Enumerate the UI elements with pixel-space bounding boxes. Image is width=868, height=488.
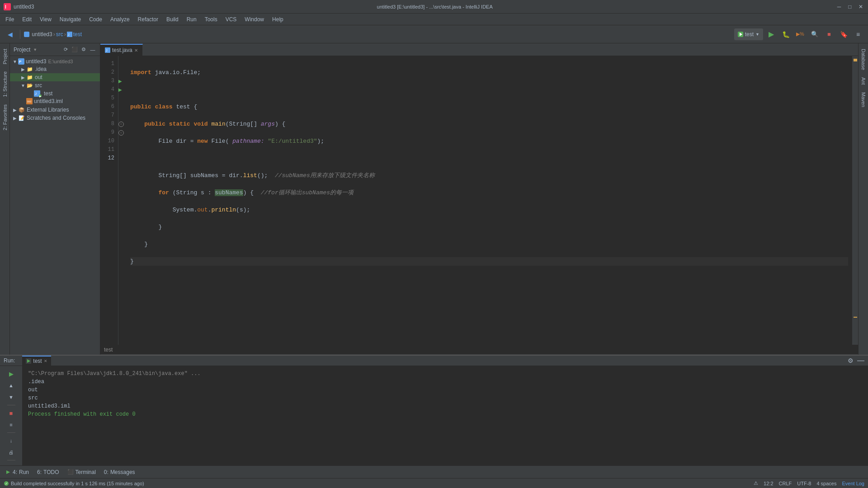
menu-file[interactable]: File [2, 14, 18, 24]
menu-refactor[interactable]: Refactor [134, 14, 162, 24]
down-button[interactable]: ▼ [6, 392, 16, 402]
project-panel-tab[interactable]: Project [1, 45, 9, 68]
line-endings[interactable]: CRLF [779, 481, 792, 486]
stop-run-button[interactable]: ■ [6, 408, 16, 418]
cursor-position: 12:2 [764, 481, 773, 486]
code-content[interactable]: import java.io.File; public class test {… [127, 56, 852, 345]
svg-text:I: I [5, 5, 6, 9]
output-line-2: .idea [28, 378, 863, 386]
run-tab-close[interactable]: ✕ [44, 359, 47, 363]
project-label: Project [14, 47, 30, 53]
scroll-indicator-right [852, 56, 858, 345]
run-tool-buttons: ▶ ▲ ▼ ■ ≡ ↓ 🖨 🗑 [0, 366, 23, 476]
menu-window[interactable]: Window [241, 14, 268, 24]
menu-run[interactable]: Run [183, 14, 200, 24]
tree-out[interactable]: ▶ 📁 out [10, 73, 100, 81]
tab-close-button[interactable]: ✕ [134, 48, 138, 53]
maximize-button[interactable]: □ [846, 3, 854, 10]
close-button[interactable]: ✕ [857, 3, 864, 10]
window-controls: ─ □ ✕ [835, 3, 864, 10]
ext-libs-icon: 📦 [18, 106, 25, 113]
left-vertical-tabs: Project 1: Structure 2: Favorites [0, 43, 10, 355]
bookmark-button[interactable]: 🔖 [837, 28, 850, 41]
indent-info[interactable]: 4 spaces [816, 481, 836, 486]
gutter-arrow-4[interactable]: ▶ [118, 87, 122, 92]
root-arrow: ▼ [12, 59, 18, 64]
menu-navigate[interactable]: Navigate [56, 14, 85, 24]
tree-iml[interactable]: iml untitled3.iml [10, 98, 100, 105]
structure-button[interactable]: ≡ [852, 28, 864, 41]
run-tab[interactable]: test ✕ [22, 356, 51, 366]
up-button[interactable]: ▲ [6, 380, 16, 390]
run-config-selector[interactable]: test ▼ [734, 28, 763, 40]
breadcrumb-file[interactable]: J test [67, 31, 82, 38]
event-log[interactable]: Event Log [842, 481, 864, 486]
footer-tab-todo[interactable]: 6: TODO [33, 467, 62, 478]
encoding[interactable]: UTF-8 [797, 481, 811, 486]
status-right: ⚠ 12:2 CRLF UTF-8 4 spaces Event Log [754, 480, 864, 486]
tree-root[interactable]: ▼ P untitled3 E:\untitled3 [10, 58, 100, 65]
minimize-button[interactable]: ─ [835, 3, 843, 10]
sync-button[interactable]: ⟳ [62, 46, 69, 53]
ant-panel-tab[interactable]: Ant [859, 74, 868, 89]
menu-vcs[interactable]: VCS [222, 14, 241, 24]
sync-icon[interactable]: ⚠ [754, 480, 758, 486]
run-tab-label: test [33, 358, 42, 364]
footer-tab-terminal[interactable]: ⬛ Terminal [64, 467, 99, 478]
scroll-end-button[interactable]: ↓ [6, 436, 16, 446]
footer-todo-num: 6: [37, 469, 42, 475]
tree-ext-libs[interactable]: ▶ 📦 External Libraries [10, 106, 100, 114]
run-button[interactable]: ▶ [765, 28, 778, 41]
tab-test-java[interactable]: J test.java ✕ [100, 44, 143, 56]
filter-button[interactable]: ≡ [6, 420, 16, 430]
footer-tab-run[interactable]: 4: Run [2, 467, 33, 478]
footer-terminal-label: Terminal [75, 469, 96, 475]
project-dropdown-arrow[interactable]: ▼ [33, 47, 37, 52]
menu-code[interactable]: Code [85, 14, 106, 24]
bottom-panel: Run: test ✕ ⚙ — ▶ ▲ ▼ [0, 355, 868, 465]
tree-idea[interactable]: ▶ 📁 .idea [10, 65, 100, 73]
tree-src[interactable]: ▼ 📂 src [10, 81, 100, 89]
breadcrumb-src[interactable]: src [56, 31, 63, 38]
test-file-icon: J ▶ [33, 90, 41, 97]
menu-view[interactable]: View [36, 14, 55, 24]
gutter-arrow-3[interactable]: ▶ [118, 79, 122, 84]
footer-tab-messages[interactable]: 0: Messages [100, 467, 139, 478]
menu-build[interactable]: Build [163, 14, 182, 24]
status-message: ✓ Build completed successfully in 1 s 12… [4, 481, 144, 486]
debug-button[interactable]: 🐛 [779, 28, 792, 41]
menu-edit[interactable]: Edit [19, 14, 35, 24]
hide-panel-button[interactable]: — [89, 46, 96, 53]
settings-button[interactable]: ⚙ [80, 46, 87, 53]
menu-help[interactable]: Help [269, 14, 287, 24]
menu-analyze[interactable]: Analyze [107, 14, 133, 24]
scratches-icon: 📝 [18, 114, 25, 122]
idea-arrow: ▶ [20, 67, 26, 72]
database-panel-tab[interactable]: Database [859, 45, 868, 74]
breakpoint-indicator-9[interactable]: ○ [118, 130, 124, 136]
favorites-panel-tab[interactable]: 2: Favorites [1, 101, 9, 134]
collapse-all-button[interactable]: ⬛ [71, 46, 78, 53]
menu-bar: File Edit View Navigate Code Analyze Ref… [0, 14, 868, 25]
code-line-7: String[] subNames = dir.list(); //subNam… [130, 171, 848, 180]
search-everywhere-button[interactable]: 🔍 [808, 28, 821, 41]
stop-button[interactable]: ■ [823, 28, 835, 41]
code-line-8: for (String s : subNames) { //for循环输出sub… [130, 188, 848, 197]
menu-tools[interactable]: Tools [201, 14, 221, 24]
breakpoint-indicator-8[interactable]: ○ [118, 122, 124, 127]
tree-scratches[interactable]: ▶ 📝 Scratches and Consoles [10, 114, 100, 122]
print-button[interactable]: 🖨 [6, 447, 16, 457]
maven-panel-tab[interactable]: Maven [859, 89, 868, 111]
footer-messages-num: 0: [104, 469, 108, 475]
footer-tabs: 4: Run 6: TODO ⬛ Terminal 0: Messages [0, 465, 868, 478]
rerun-button[interactable]: ▶ [6, 369, 16, 379]
src-folder-icon: 📂 [26, 82, 33, 89]
coverage-button[interactable]: ▶% [794, 28, 807, 41]
structure-panel-tab[interactable]: 1: Structure [1, 68, 9, 101]
settings-icon[interactable]: ⚙ [848, 357, 854, 364]
close-panel-button[interactable]: — [857, 357, 864, 365]
tree-test-file[interactable]: J ▶ test [10, 89, 100, 98]
idea-label: .idea [35, 66, 47, 72]
breadcrumb-project[interactable]: untitled3 [24, 31, 52, 38]
back-button[interactable]: ◀ [4, 28, 16, 41]
